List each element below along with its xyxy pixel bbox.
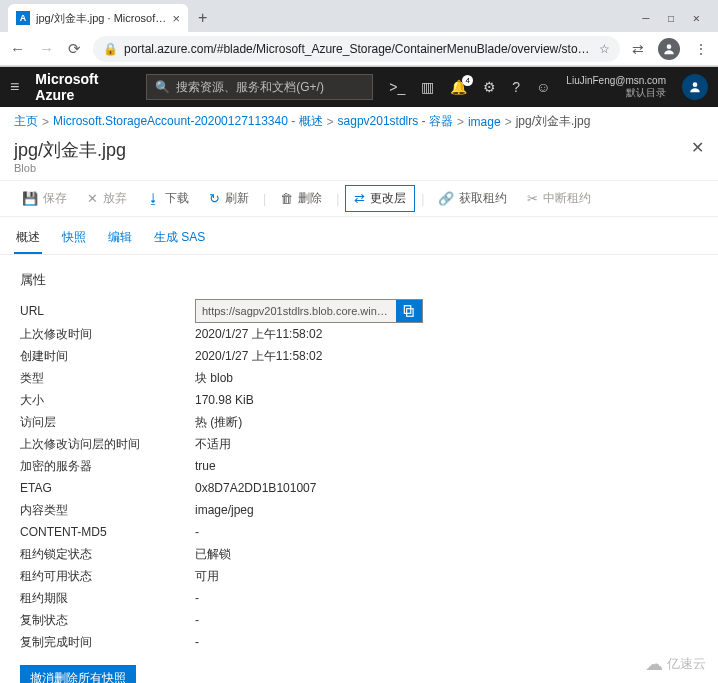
copy-url-button[interactable] [396,300,422,322]
user-avatar[interactable] [682,74,708,100]
breadcrumb-storage[interactable]: sagpv201stdlrs - 容器 [338,113,453,130]
settings-gear-icon[interactable]: ⚙ [483,79,496,95]
svg-rect-2 [407,309,413,317]
notifications-icon[interactable]: 🔔4 [450,79,467,95]
prop-accesstier-modified-label: 上次修改访问层的时间 [20,436,195,453]
lease-icon: 🔗 [438,191,454,206]
tab-edit[interactable]: 编辑 [106,223,134,254]
prop-leasestate-label: 租约可用状态 [20,568,195,585]
prop-url-label: URL [20,304,195,318]
back-icon[interactable]: ← [10,40,25,58]
person-icon [688,80,702,94]
user-email: LiuJinFeng@msn.com [566,75,666,87]
prop-lastmodified-value: 2020/1/27 上午11:58:02 [195,326,322,343]
svg-rect-3 [404,306,410,314]
window-close-icon[interactable]: ✕ [693,11,700,25]
prop-contenttype-label: 内容类型 [20,502,195,519]
prop-lastmodified-label: 上次修改时间 [20,326,195,343]
window-controls: — ☐ ✕ [642,11,710,25]
notification-badge: 4 [462,75,473,86]
new-tab-button[interactable]: + [192,9,213,27]
window-minimize-icon[interactable]: — [642,11,649,25]
prop-copystatus-label: 复制状态 [20,612,195,629]
discard-icon: ✕ [87,191,98,206]
url-copy-field [195,299,423,323]
undelete-snapshots-button[interactable]: 撤消删除所有快照 [20,665,136,683]
prop-size-label: 大小 [20,392,195,409]
copy-icon [402,304,416,318]
translate-icon[interactable]: ⇄ [632,41,644,57]
browser-tab[interactable]: A jpg/刘金丰.jpg · Microsoft Azu… × [8,4,188,32]
download-button[interactable]: ⭳下载 [139,186,197,211]
watermark-text: 亿速云 [667,655,706,673]
breadcrumb-deployment[interactable]: Microsoft.StorageAccount-20200127113340 … [53,113,323,130]
blade-close-icon[interactable]: ✕ [691,138,704,157]
search-icon: 🔍 [155,80,170,94]
url-text: portal.azure.com/#blade/Microsoft_Azure_… [124,42,593,56]
breadcrumb-home[interactable]: 主页 [14,113,38,130]
break-lease-button[interactable]: ✂中断租约 [519,186,599,211]
blade-content: 属性 URL 上次修改时间2020/1/27 上午11:58:02 创建时间20… [0,255,718,683]
browser-menu-icon[interactable]: ⋮ [694,41,708,57]
prop-size-value: 170.98 KiB [195,393,254,407]
directory-filter-icon[interactable]: ▥ [421,79,434,95]
prop-encrypted-value: true [195,459,216,473]
star-icon[interactable]: ☆ [599,42,610,56]
breadcrumb-current: jpg/刘金丰.jpg [516,113,591,130]
reload-icon[interactable]: ⟳ [68,40,81,58]
tab-generate-sas[interactable]: 生成 SAS [152,223,207,254]
window-maximize-icon[interactable]: ☐ [668,11,675,25]
cloud-icon: ☁ [645,653,663,675]
save-button[interactable]: 💾保存 [14,186,75,211]
header-icons: >_ ▥ 🔔4 ⚙ ? ☺ LiuJinFeng@msn.com 默认目录 [389,74,708,100]
prop-etag-label: ETAG [20,481,195,495]
azure-header: ≡ Microsoft Azure 🔍 搜索资源、服务和文档(G+/) >_ ▥… [0,67,718,107]
refresh-button[interactable]: ↻刷新 [201,186,257,211]
prop-leasestate-value: 可用 [195,568,219,585]
break-lease-icon: ✂ [527,191,538,206]
lock-icon: 🔒 [103,42,118,56]
prop-copycompleted-value: - [195,635,199,649]
azure-brand[interactable]: Microsoft Azure [35,71,130,103]
profile-avatar[interactable] [658,38,680,60]
tab-overview[interactable]: 概述 [14,223,42,254]
svg-point-1 [693,82,698,87]
watermark: ☁ 亿速云 [645,653,706,675]
refresh-icon: ↻ [209,191,220,206]
breadcrumb: 主页> Microsoft.StorageAccount-20200127113… [0,107,718,136]
prop-contentmd5-value: - [195,525,199,539]
prop-leaseduration-label: 租约期限 [20,590,195,607]
delete-button[interactable]: 🗑删除 [272,186,330,211]
prop-accesstier-value: 热 (推断) [195,414,242,431]
user-account[interactable]: LiuJinFeng@msn.com 默认目录 [566,75,666,99]
prop-leasestatus-label: 租约锁定状态 [20,546,195,563]
acquire-lease-button[interactable]: 🔗获取租约 [430,186,515,211]
forward-icon[interactable]: → [39,40,54,58]
tab-close-icon[interactable]: × [172,11,180,26]
feedback-icon[interactable]: ☺ [536,79,550,95]
browser-chrome: A jpg/刘金丰.jpg · Microsoft Azu… × + — ☐ ✕… [0,0,718,67]
cloud-shell-icon[interactable]: >_ [389,79,405,95]
change-tier-button[interactable]: ⇄更改层 [345,185,415,212]
svg-point-0 [667,44,672,49]
url-bar: ← → ⟳ 🔒 portal.azure.com/#blade/Microsof… [0,32,718,66]
browser-toolbar-right: ⇄ ⋮ [632,38,708,60]
blade-subtitle: Blob [14,162,126,174]
prop-created-label: 创建时间 [20,348,195,365]
url-value-input[interactable] [196,300,396,322]
prop-type-label: 类型 [20,370,195,387]
prop-copystatus-value: - [195,613,199,627]
prop-leaseduration-value: - [195,591,199,605]
prop-copycompleted-label: 复制完成时间 [20,634,195,651]
address-bar[interactable]: 🔒 portal.azure.com/#blade/Microsoft_Azur… [93,36,620,62]
tab-snapshots[interactable]: 快照 [60,223,88,254]
azure-favicon: A [16,11,30,25]
hamburger-menu-icon[interactable]: ≡ [10,78,19,96]
help-icon[interactable]: ? [512,79,520,95]
command-bar: 💾保存 ✕放弃 ⭳下载 ↻刷新 | 🗑删除 | ⇄更改层 | 🔗获取租约 ✂中断… [0,180,718,217]
prop-accesstier-label: 访问层 [20,414,195,431]
discard-button[interactable]: ✕放弃 [79,186,135,211]
prop-accesstier-modified-value: 不适用 [195,436,231,453]
breadcrumb-container[interactable]: image [468,115,501,129]
global-search-input[interactable]: 🔍 搜索资源、服务和文档(G+/) [146,74,373,100]
